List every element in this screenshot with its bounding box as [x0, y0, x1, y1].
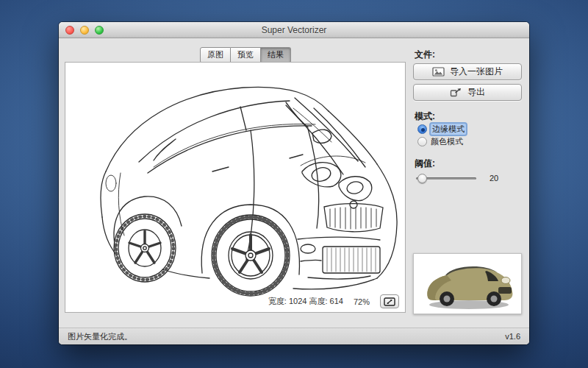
- threshold-slider-thumb[interactable]: [417, 174, 427, 183]
- export-arrow-icon: [450, 88, 462, 97]
- app-window: Super Vectorizer 原图 预览 结果: [59, 22, 529, 344]
- export-button[interactable]: 导出: [413, 84, 522, 101]
- titlebar[interactable]: Super Vectorizer: [59, 22, 529, 38]
- zoom-level-label: 72%: [354, 297, 370, 306]
- mode-section-label: 模式:: [415, 110, 435, 123]
- desktop: { "window": { "title": "Super Vectorizer…: [0, 0, 588, 368]
- edge-mode-option[interactable]: 边缘模式: [417, 124, 466, 135]
- edge-mode-radio[interactable]: [417, 124, 427, 134]
- view-tabs: 原图 预览 结果: [200, 47, 291, 63]
- edge-mode-label: 边缘模式: [431, 124, 466, 135]
- zoom-button[interactable]: [95, 26, 104, 35]
- traffic-lights: [65, 26, 104, 35]
- color-mode-radio[interactable]: [417, 137, 427, 146]
- image-size-label: 宽度: 1024 高度: 614: [268, 296, 343, 307]
- threshold-slider[interactable]: [416, 177, 476, 180]
- fit-to-window-button[interactable]: [380, 294, 399, 308]
- vectorized-car-drawing: [65, 63, 406, 312]
- fit-icon: [384, 297, 395, 306]
- control-panel: 文件: 导入一张图片 导出 模式: 边缘: [413, 38, 523, 344]
- close-button[interactable]: [65, 26, 74, 35]
- minimize-button[interactable]: [80, 26, 89, 35]
- file-section-label: 文件:: [415, 49, 435, 61]
- threshold-value: 20: [490, 174, 498, 183]
- import-button-label: 导入一张图片: [450, 66, 503, 78]
- tab-preview[interactable]: 预览: [231, 47, 261, 63]
- tab-original[interactable]: 原图: [200, 47, 231, 63]
- original-car-photo: [416, 256, 519, 312]
- color-mode-label: 颜色模式: [431, 136, 463, 147]
- status-text: 图片矢量化完成。: [68, 331, 132, 342]
- result-canvas: 宽度: 1024 高度: 614 72%: [65, 62, 406, 313]
- version-label: v1.6: [505, 332, 520, 341]
- import-image-button[interactable]: 导入一张图片: [413, 63, 522, 80]
- tab-result[interactable]: 结果: [261, 47, 291, 63]
- image-info-row: 宽度: 1024 高度: 614 72%: [268, 294, 399, 308]
- original-image-thumbnail: [413, 253, 522, 314]
- picture-icon: [432, 67, 445, 77]
- export-button-label: 导出: [467, 86, 485, 99]
- threshold-section-label: 阈值:: [415, 158, 435, 170]
- color-mode-option[interactable]: 颜色模式: [417, 136, 463, 147]
- window-title: Super Vectorizer: [262, 25, 327, 35]
- status-bar: 图片矢量化完成。 v1.6: [59, 328, 529, 344]
- threshold-slider-row: 20: [416, 174, 498, 183]
- window-content: 原图 预览 结果: [59, 38, 529, 344]
